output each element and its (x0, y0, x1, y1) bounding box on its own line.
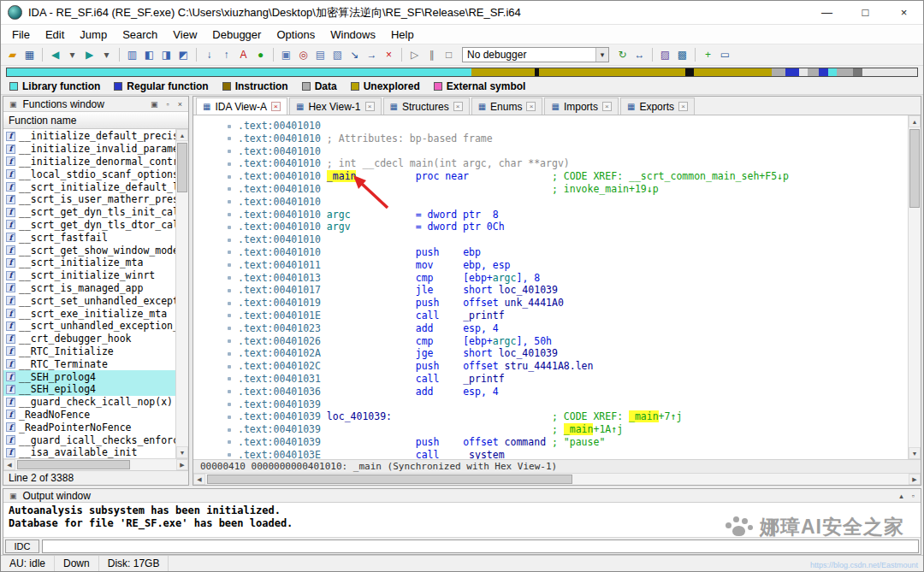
tab-close-icon[interactable]: × (602, 102, 612, 111)
scroll-left-icon[interactable]: ◀ (193, 474, 205, 485)
function-row[interactable]: f__scrt_get_show_window_mode (3, 244, 175, 257)
disasm-line[interactable]: .text:00401036 add esp, 4 (228, 386, 908, 398)
functions-horizontal-scrollbar[interactable]: ◀ ▶ (3, 458, 188, 470)
disasm-line[interactable]: .text:00401039 (228, 398, 908, 411)
scroll-right-icon[interactable]: ▶ (909, 474, 921, 485)
menu-edit[interactable]: Edit (38, 26, 72, 44)
function-row[interactable]: f__guard_check_icall_nop(x) (3, 396, 175, 409)
disassembly-vertical-scrollbar[interactable]: ▲ ▼ (908, 115, 921, 459)
band-segment[interactable] (799, 68, 808, 76)
maximize-button[interactable]: □ (846, 1, 885, 24)
function-row[interactable]: f__initialize_denormal_contro (3, 156, 175, 168)
function-row[interactable]: f__scrt_initialize_mta (3, 257, 175, 269)
scroll-down-icon[interactable]: ▼ (909, 447, 921, 459)
function-row[interactable]: f__initialize_default_precisi (3, 130, 175, 143)
debugger-select[interactable]: No debugger▾ (462, 47, 609, 62)
disasm-line[interactable]: .text:00401010 ; int __cdecl main(int ar… (228, 157, 908, 170)
band-segment[interactable] (862, 68, 917, 76)
function-row[interactable]: f__scrt_unhandled_exception_f (3, 320, 175, 333)
function-row[interactable]: f__scrt_exe_initialize_mta (3, 307, 175, 320)
scroll-left-icon[interactable]: ◀ (3, 459, 15, 470)
disasm-line[interactable]: .text:00401010 argc = dword ptr 8 (228, 209, 908, 221)
disasm-line[interactable]: .text:00401010 (228, 120, 908, 133)
float-icon[interactable]: ▫ (909, 492, 917, 500)
disasm-line[interactable]: .text:0040102C push offset stru_4441A8.l… (228, 360, 908, 373)
disasm-line[interactable]: .text:00401010 push ebp (228, 246, 908, 259)
scrollbar-track[interactable] (205, 474, 909, 485)
menu-debugger[interactable]: Debugger (204, 26, 269, 44)
disasm-line[interactable]: .text:00401010 (228, 233, 908, 246)
jump-to-xref-icon[interactable]: ◩ (175, 47, 192, 63)
minimize-button[interactable]: — (808, 1, 846, 24)
function-row[interactable]: f__scrt_get_dyn_tls_init_cal (3, 206, 175, 219)
disasm-line[interactable]: .text:00401031 call _printf (228, 373, 908, 386)
disasm-line[interactable]: .text:00401010 argv = dword ptr 0Ch (228, 221, 908, 233)
scrollbar-thumb[interactable] (909, 129, 920, 208)
function-row[interactable]: f_ReadNoFence (3, 409, 175, 422)
jump-prev-icon[interactable]: ↑ (218, 47, 234, 63)
save-icon[interactable]: ▦ (21, 47, 38, 63)
band-segment[interactable] (853, 68, 862, 76)
function-row[interactable]: f__crt_debugger_hook (3, 333, 175, 345)
breakpoints-icon[interactable]: ◎ (295, 47, 311, 63)
function-row[interactable]: f__SEH_prolog4 (3, 370, 175, 383)
band-segment[interactable] (7, 68, 471, 76)
nav-back-dropdown-icon[interactable]: ▾ (64, 47, 80, 63)
functions-vertical-scrollbar[interactable]: ▲ ▼ (175, 129, 188, 458)
disasm-line[interactable]: .text:00401010 (228, 196, 908, 209)
close-icon[interactable]: × (175, 100, 185, 109)
band-segment[interactable] (772, 68, 785, 76)
restore-icon[interactable]: ▣ (148, 100, 161, 109)
menu-jump[interactable]: Jump (72, 26, 115, 44)
tab-hex-view-1[interactable]: ▦Hex View-1× (289, 97, 382, 115)
disasm-line[interactable]: .text:00401010 ; invoke_main+19↓p (228, 183, 908, 196)
scrollbar-track[interactable] (15, 459, 176, 470)
menu-search[interactable]: Search (115, 26, 165, 44)
debugger-windows-icon[interactable]: ▣ (278, 47, 294, 63)
disasm-line[interactable]: .text:00401039 loc_401039: ; CODE XREF: … (228, 410, 908, 423)
function-row[interactable]: f__RTC_Terminate (3, 357, 175, 370)
tab-close-icon[interactable]: × (453, 102, 463, 111)
band-segment[interactable] (819, 68, 828, 76)
nav-forward-icon[interactable]: ▶ (81, 47, 98, 63)
function-row[interactable]: f__scrt_fastfail (3, 231, 175, 244)
add-breakpoint-icon[interactable]: + (700, 47, 716, 63)
step-over-icon[interactable]: → (364, 47, 380, 63)
navigation-band[interactable] (6, 68, 918, 77)
function-row[interactable]: f__scrt_set_unhandled_except (3, 294, 175, 307)
disasm-line[interactable]: .text:00401013 cmp [ebp+argc], 8 (228, 272, 908, 285)
disasm-line[interactable]: .text:00401039 ; _main+1A↑j (228, 423, 908, 436)
step-into-icon[interactable]: ↘ (346, 47, 363, 63)
scroll-up-icon[interactable]: ▲ (176, 129, 188, 141)
disasm-line[interactable]: .text:00401010 ; Attributes: bp-based fr… (228, 133, 908, 145)
band-segment[interactable] (539, 68, 684, 76)
close-button[interactable]: × (885, 1, 923, 24)
float-icon[interactable]: ▫ (164, 100, 172, 109)
scrollbar-thumb[interactable] (177, 143, 187, 192)
disasm-line[interactable]: .text:00401023 add esp, 4 (228, 322, 908, 335)
tab-close-icon[interactable]: × (526, 102, 536, 111)
tab-structures[interactable]: ▦Structures× (383, 97, 470, 115)
disasm-line[interactable]: .text:00401039 push offset command ; "pa… (228, 436, 908, 449)
tab-enums[interactable]: ▦Enums× (471, 97, 543, 115)
pause-process-icon[interactable]: ∥ (424, 47, 440, 63)
scroll-down-icon[interactable]: ▼ (176, 446, 188, 458)
python-console-icon[interactable]: ▩ (674, 47, 690, 63)
tab-close-icon[interactable]: × (271, 102, 281, 111)
function-row[interactable]: f__scrt_is_user_matherr_pres (3, 193, 175, 206)
band-segment[interactable] (685, 68, 695, 76)
jump-to-segment-icon[interactable]: ◨ (158, 47, 175, 63)
disasm-line[interactable]: .text:0040101E call _printf (228, 310, 908, 322)
scrollbar-thumb[interactable] (17, 460, 130, 469)
function-row[interactable]: f__guard_icall_checks_enforce (3, 433, 175, 446)
nav-back-icon[interactable]: ◀ (47, 47, 63, 63)
tab-ida-view-a[interactable]: ▦IDA View-A× (196, 97, 287, 115)
refresh-icon[interactable]: ↻ (614, 47, 631, 63)
menu-options[interactable]: Options (269, 26, 323, 44)
scroll-up-icon[interactable]: ▲ (909, 115, 921, 127)
menu-windows[interactable]: Windows (323, 26, 383, 44)
disasm-line[interactable]: .text:0040102A jge short loc_401039 (228, 347, 908, 360)
band-segment[interactable] (694, 68, 771, 76)
band-segment[interactable] (471, 68, 535, 76)
scroll-right-icon[interactable]: ▶ (176, 459, 188, 470)
